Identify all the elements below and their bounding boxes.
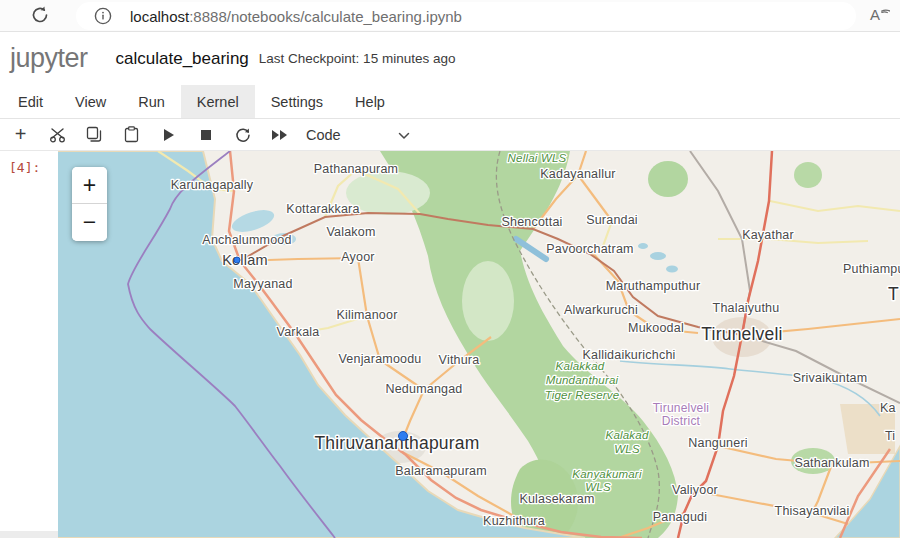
output-prompt: [4]: [9,160,40,175]
map-label: Pathanapuram [314,162,398,176]
map-label: Ka [880,401,896,415]
kollam-marker[interactable] [234,257,240,263]
menu-kernel[interactable]: Kernel [181,85,255,118]
cut-cell-button[interactable] [39,121,76,149]
map-label: Puthiampu [843,262,900,276]
refresh-icon [30,5,50,29]
map-label: Nedumangad [385,382,462,396]
menu-help[interactable]: Help [339,85,401,118]
zoom-out-button[interactable]: − [72,204,107,241]
url-host: localhost [130,8,189,25]
gutter-strip [0,531,58,538]
browser-bar: localhost:8888/notebooks/calculate_beari… [0,0,900,32]
interrupt-kernel-button[interactable] [187,121,224,149]
map-label: Vithura [439,353,480,367]
map-label: Mundanthurai [546,374,619,386]
zoom-control: + − [72,167,107,241]
map-label: Kuzhithura [483,514,545,528]
map-label: Karunagapally [171,178,254,192]
scissors-icon [49,127,67,143]
read-aloud-icon: A [868,4,890,28]
map-label: Pavoorchatram [546,242,633,256]
map-label: WLS [614,443,640,455]
menu-bar: Edit View Run Kernel Settings Help [0,85,900,119]
map-label: Thiruvananthapuram [314,433,479,453]
map-label: Sathankulam [794,456,869,470]
notebook-title[interactable]: calculate_bearing [116,49,249,69]
notebook-cell-output: [4]: [0,151,900,538]
map-label: Nanguneri [688,436,747,450]
stop-icon [200,129,212,141]
thiruvananthapuram-marker[interactable] [399,432,408,441]
map-label: WLS [585,481,611,493]
menu-view[interactable]: View [59,85,122,118]
map-label: Kadayanallur [540,167,615,181]
url-text: localhost:8888/notebooks/calculate_beari… [130,8,462,25]
copy-cell-button[interactable] [76,121,113,149]
lake [650,252,666,260]
forest-patch-light [462,261,514,341]
cell-type-value: Code [306,127,341,143]
map-label: Nellai WLS [508,152,567,164]
menu-run[interactable]: Run [122,85,181,118]
chevron-down-icon [398,126,410,144]
url-path: :8888/notebooks/calculate_bearing.ipynb [189,8,462,25]
play-icon [162,128,175,142]
insert-cell-button[interactable]: + [2,121,39,149]
map-label: Mayyanad [233,277,292,291]
map-label: Valiyoor [672,483,718,497]
map-label: Alwarkuruchi [564,303,638,317]
map-label: Valakom [326,225,375,239]
paste-cell-button[interactable] [113,121,150,149]
map-label: Srivaikuntam [793,371,868,385]
map-canvas: KarunagapallyPathanapuramNellai WLSKaday… [58,151,900,538]
map-label: Kayathar [742,228,794,242]
map-label: Kalakad [606,429,649,441]
map-label: Shencottai [501,215,562,229]
site-info-icon[interactable] [94,7,112,25]
map-label: Mukoodal [628,321,684,335]
run-cell-button[interactable] [150,121,187,149]
map-label: Kottarakkara [286,202,359,216]
menu-settings[interactable]: Settings [255,85,339,118]
map-label: Tirunelveli [653,401,709,415]
menu-edit[interactable]: Edit [2,85,59,118]
map-label: Kollam [222,252,268,268]
map-label: Varkala [277,325,320,339]
map-label: Kalakkad [556,360,605,372]
map-label: Thalaiyuthu [713,301,780,315]
run-all-button[interactable] [261,121,298,149]
jupyter-logo: jupyter [10,43,88,74]
copy-icon [86,126,103,143]
map-label: Tiger Reserve [545,389,620,401]
lake [666,266,678,273]
restart-icon [235,127,251,143]
map-label: Tirunelveli [701,324,782,344]
svg-text:A: A [870,6,880,23]
address-bar[interactable]: localhost:8888/notebooks/calculate_beari… [76,2,856,30]
map-label: Kulasekaram [519,492,594,506]
map-label: District [662,414,701,428]
read-aloud-button[interactable]: A [866,4,892,28]
map-label: Venjaramoodu [338,352,421,366]
refresh-button[interactable] [27,4,53,30]
folium-map[interactable]: KarunagapallyPathanapuramNellai WLSKaday… [58,151,900,538]
zoom-in-button[interactable]: + [72,167,107,204]
forest-patch [648,161,688,197]
fast-forward-icon [271,129,288,141]
forest-patch [794,162,822,188]
map-label: Thisayanvilai [775,504,850,518]
restart-kernel-button[interactable] [224,121,261,149]
clipboard-icon [124,126,139,143]
map-label: Kanyakumari [572,468,642,480]
cell-type-dropdown[interactable]: Code [306,126,410,144]
map-label: Ayoor [341,250,374,264]
map-label: Ti [885,429,895,443]
checkpoint-text: Last Checkpoint: 15 minutes ago [259,51,456,66]
map-label: Anchalummood [202,233,291,247]
plus-icon: + [15,123,27,146]
notebook-header: jupyter calculate_bearing Last Checkpoin… [0,32,900,85]
map-label: Maruthamputhur [606,279,701,293]
map-label: Panagudi [653,510,707,524]
toolbar: + [0,119,900,151]
